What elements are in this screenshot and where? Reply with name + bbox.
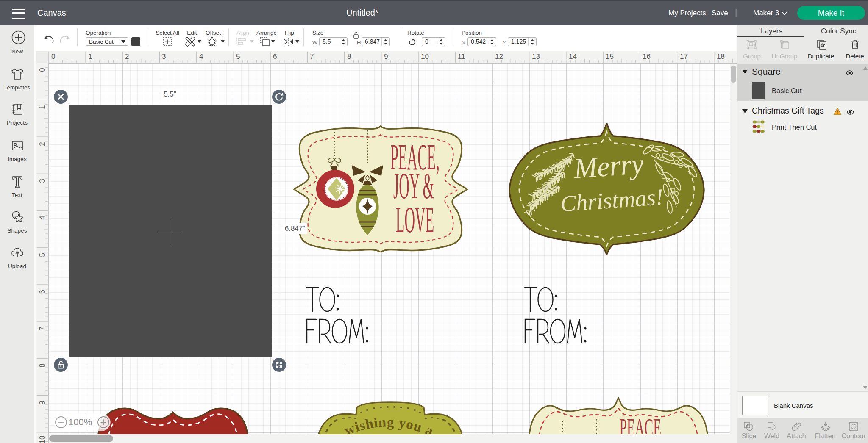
svg-text:LOVE: LOVE bbox=[396, 199, 434, 240]
svg-text:Merry: Merry bbox=[572, 147, 645, 184]
